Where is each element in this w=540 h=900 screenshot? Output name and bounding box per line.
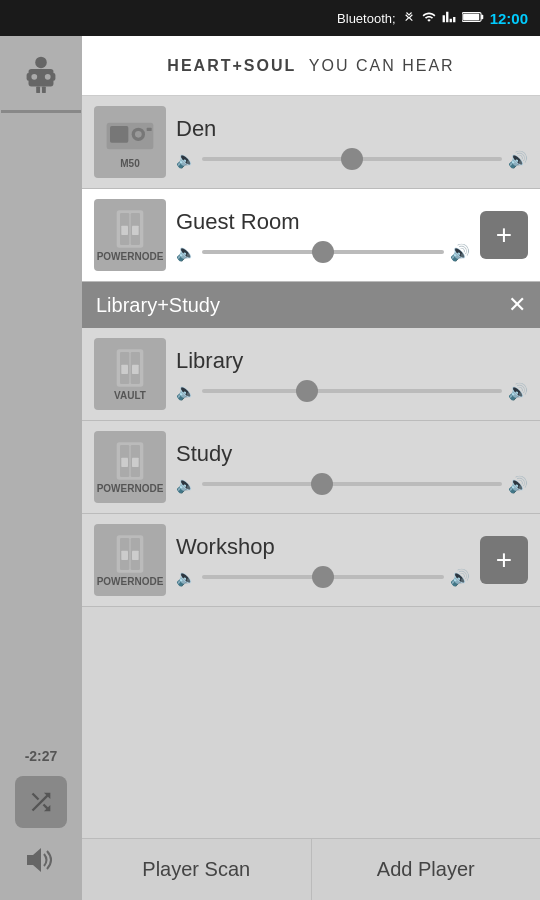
player-row-guest-room: POWERNODE Guest Room 🔈 🔊 + <box>94 199 528 271</box>
svg-point-5 <box>31 74 37 80</box>
svg-rect-9 <box>36 86 40 93</box>
sidebar: -2:27 <box>0 36 82 900</box>
svg-point-15 <box>135 131 142 138</box>
svg-marker-11 <box>27 848 41 872</box>
svg-rect-8 <box>52 73 56 81</box>
app-container: -2:27 HEART+SOUL YOU CAN HEAR <box>0 36 540 900</box>
vol-high-icon-den: 🔊 <box>508 150 528 169</box>
svg-rect-16 <box>147 127 152 130</box>
slider-thumb-guest[interactable] <box>312 241 334 263</box>
vol-low-icon-den: 🔈 <box>176 150 196 169</box>
vol-low-icon-library: 🔈 <box>176 382 196 401</box>
player-card-guest-room: POWERNODE Guest Room 🔈 🔊 + <box>82 189 540 282</box>
slider-thumb-den[interactable] <box>341 148 363 170</box>
device-thumb-guest-room: POWERNODE <box>94 199 166 271</box>
slider-thumb-study[interactable] <box>311 473 333 495</box>
vol-high-icon-library: 🔊 <box>508 382 528 401</box>
device-model-workshop: POWERNODE <box>97 576 164 587</box>
add-button-workshop[interactable]: + <box>480 536 528 584</box>
volume-row-library: 🔈 🔊 <box>176 382 528 401</box>
plus-icon-workshop: + <box>496 546 512 574</box>
players-list[interactable]: M50 Den 🔈 🔊 <box>82 96 540 838</box>
vol-low-icon-workshop: 🔈 <box>176 568 196 587</box>
player-card-den: M50 Den 🔈 🔊 <box>82 96 540 189</box>
volume-row-study: 🔈 🔊 <box>176 475 528 494</box>
volume-row-workshop: 🔈 🔊 <box>176 568 470 587</box>
svg-rect-35 <box>121 550 128 559</box>
svg-rect-20 <box>121 225 128 234</box>
svg-rect-25 <box>121 364 128 373</box>
group-header-library-study: Library+Study ✕ <box>82 282 540 328</box>
app-header: HEART+SOUL YOU CAN HEAR <box>82 36 540 96</box>
svg-rect-21 <box>132 225 139 234</box>
player-name-library: Library <box>176 348 528 374</box>
svg-rect-13 <box>110 126 128 143</box>
sidebar-top <box>1 46 81 117</box>
svg-point-6 <box>45 74 51 80</box>
player-name-study: Study <box>176 441 528 467</box>
device-thumb-library: VAULT <box>94 338 166 410</box>
vol-low-icon-guest: 🔈 <box>176 243 196 262</box>
player-info-study: Study 🔈 🔊 <box>176 441 528 494</box>
sidebar-divider <box>1 110 81 113</box>
player-name-den: Den <box>176 116 528 142</box>
svg-rect-10 <box>42 86 46 93</box>
svg-rect-31 <box>132 457 139 466</box>
volume-slider-library[interactable] <box>202 389 502 393</box>
svg-rect-1 <box>481 14 483 18</box>
player-info-den: Den 🔈 🔊 <box>176 116 528 169</box>
volume-row-den: 🔈 🔊 <box>176 150 528 169</box>
bluetooth-icon: Bluetooth; <box>337 11 396 26</box>
app-logo <box>15 46 67 98</box>
sidebar-bottom: -2:27 <box>15 748 67 890</box>
content-area: HEART+SOUL YOU CAN HEAR <box>82 36 540 900</box>
slider-thumb-library[interactable] <box>296 380 318 402</box>
player-name-workshop: Workshop <box>176 534 470 560</box>
device-model-den: M50 <box>120 158 139 169</box>
volume-slider-study[interactable] <box>202 482 502 486</box>
player-card-study: POWERNODE Study 🔈 🔊 <box>82 421 540 514</box>
volume-slider-workshop[interactable] <box>202 575 444 579</box>
player-info-library: Library 🔈 🔊 <box>176 348 528 401</box>
svg-rect-2 <box>463 13 479 20</box>
volume-row-guest: 🔈 🔊 <box>176 243 470 262</box>
player-row-library: VAULT Library 🔈 🔊 <box>94 338 528 410</box>
vol-low-icon-study: 🔈 <box>176 475 196 494</box>
vol-high-icon-study: 🔊 <box>508 475 528 494</box>
add-player-button[interactable]: Add Player <box>312 839 541 900</box>
status-icons: Bluetooth; 12:00 <box>337 10 528 27</box>
timer-display: -2:27 <box>25 748 58 764</box>
signal-icon <box>422 10 436 27</box>
vol-high-icon-workshop: 🔊 <box>450 568 470 587</box>
player-row-study: POWERNODE Study 🔈 🔊 <box>94 431 528 503</box>
volume-button[interactable] <box>15 840 67 880</box>
svg-rect-7 <box>27 73 31 81</box>
action-bar: Player Scan Add Player <box>82 838 540 900</box>
player-scan-label: Player Scan <box>142 858 250 881</box>
player-card-workshop: POWERNODE Workshop 🔈 🔊 + <box>82 514 540 607</box>
player-card-library: VAULT Library 🔈 🔊 <box>82 328 540 421</box>
player-name-guest: Guest Room <box>176 209 470 235</box>
brand-name: HEART+SOUL <box>167 57 296 74</box>
brand-tagline: YOU CAN HEAR <box>309 57 455 74</box>
player-row-workshop: POWERNODE Workshop 🔈 🔊 + <box>94 524 528 596</box>
vol-high-icon-guest: 🔊 <box>450 243 470 262</box>
volume-slider-guest[interactable] <box>202 250 444 254</box>
group-close-button[interactable]: ✕ <box>508 292 526 318</box>
add-player-label: Add Player <box>377 858 475 881</box>
device-model-guest: POWERNODE <box>97 251 164 262</box>
status-bar: Bluetooth; 12:00 <box>0 0 540 36</box>
device-thumb-workshop: POWERNODE <box>94 524 166 596</box>
add-button-guest[interactable]: + <box>480 211 528 259</box>
device-model-study: POWERNODE <box>97 483 164 494</box>
group-name-library-study: Library+Study <box>96 294 220 317</box>
shuffle-button[interactable] <box>15 776 67 828</box>
player-scan-button[interactable]: Player Scan <box>82 839 312 900</box>
slider-thumb-workshop[interactable] <box>312 566 334 588</box>
player-info-guest: Guest Room 🔈 🔊 <box>176 209 470 262</box>
volume-slider-den[interactable] <box>202 157 502 161</box>
player-row-den: M50 Den 🔈 🔊 <box>94 106 528 178</box>
cellular-icon <box>442 10 456 27</box>
svg-rect-30 <box>121 457 128 466</box>
device-thumb-den: M50 <box>94 106 166 178</box>
